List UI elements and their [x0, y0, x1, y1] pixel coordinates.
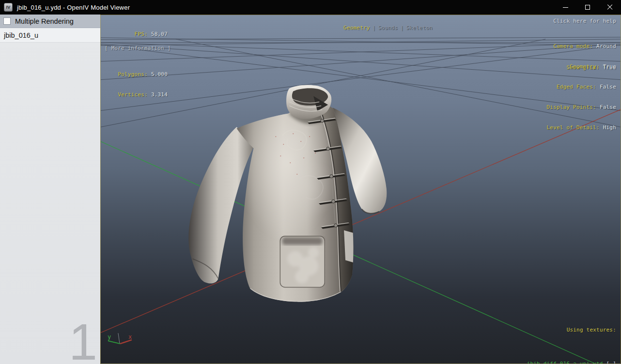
- setting-display-points[interactable]: Display Points:False: [547, 104, 616, 111]
- tab-sounds[interactable]: Sounds: [378, 25, 398, 31]
- gizmo-y-label: y: [108, 334, 111, 340]
- more-information-button[interactable]: [ More information ]: [105, 45, 171, 52]
- tab-geometry[interactable]: Geometry: [343, 25, 370, 31]
- viewer-tabs: Geometry|Sounds|Skeleton: [324, 18, 433, 38]
- grid-lines: [101, 37, 621, 127]
- model-viewport[interactable]: y x FPS:58,07 Polygons:5.000 Vertices:3.…: [100, 15, 621, 364]
- model-jacket: [188, 85, 387, 302]
- model-list-panel: Multiple Rendering jbib_016_u 1: [0, 15, 100, 364]
- tab-separator: |: [400, 25, 404, 31]
- vertices-readout: Vertices:3.314: [104, 91, 168, 98]
- minimize-button[interactable]: [554, 0, 576, 15]
- page-watermark: 1: [69, 322, 97, 361]
- textures-block: Using textures: jbib_diff_016_a_uni.ytd[…: [500, 309, 616, 364]
- minimize-icon: [563, 7, 568, 8]
- render-settings-block: Geometry:True Edged Faces:False Display …: [547, 50, 616, 145]
- setting-camera-mode[interactable]: Camera mode:Around: [553, 43, 616, 50]
- help-link[interactable]: Click here for help: [553, 18, 616, 25]
- setting-edged-faces[interactable]: Edged Faces:False: [547, 84, 616, 91]
- close-icon: [607, 4, 613, 10]
- texture-entry: jbib_diff_016_a_uni.ytd[-]: [500, 351, 616, 364]
- close-button[interactable]: [599, 0, 621, 15]
- fps-readout: FPS:58,07: [104, 31, 168, 38]
- multiple-rendering-checkbox[interactable]: [3, 17, 11, 25]
- setting-level-of-detail[interactable]: Level of Detail:High: [547, 124, 616, 131]
- tab-skeleton[interactable]: Skeleton: [406, 25, 433, 31]
- remove-texture-button[interactable]: [-]: [606, 361, 616, 364]
- polygons-readout: Polygons:5.000: [104, 71, 168, 78]
- gizmo-x-label: x: [128, 334, 132, 340]
- tab-separator: |: [373, 25, 376, 31]
- setting-geometry[interactable]: Geometry:True: [547, 63, 616, 70]
- multiple-rendering-label: Multiple Rendering: [15, 17, 74, 25]
- multiple-rendering-row[interactable]: Multiple Rendering: [0, 15, 100, 28]
- app-icon: IV: [4, 3, 13, 12]
- axis-gizmo: y x: [108, 333, 132, 344]
- openiv-model-viewer-window: IV jbib_016_u.ydd - OpenIV Model Viewer …: [0, 0, 621, 364]
- maximize-icon: [585, 5, 590, 10]
- texture-file-link[interactable]: jbib_diff_016_a_uni.ytd: [527, 361, 603, 364]
- model-list-item-selected[interactable]: jbib_016_u: [0, 28, 100, 43]
- window-title: jbib_016_u.ydd - OpenIV Model Viewer: [17, 4, 130, 11]
- stats-block: FPS:58,07 Polygons:5.000 Vertices:3.314: [104, 17, 168, 112]
- maximize-button[interactable]: [576, 0, 599, 15]
- titlebar[interactable]: IV jbib_016_u.ydd - OpenIV Model Viewer: [0, 0, 621, 15]
- using-textures-header: Using textures:: [500, 326, 616, 334]
